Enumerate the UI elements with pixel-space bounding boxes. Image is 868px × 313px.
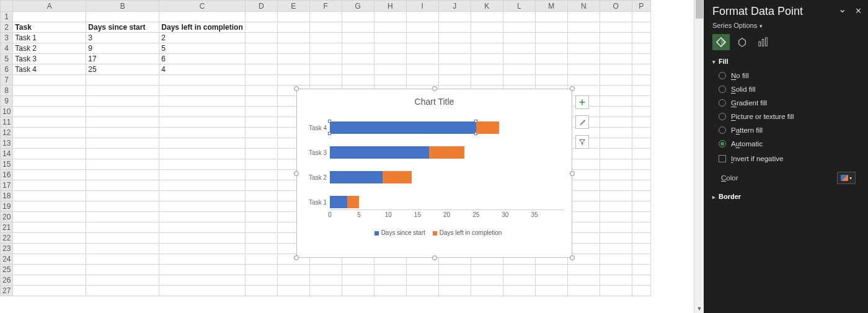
cell-I26[interactable] <box>406 275 438 286</box>
cell-M6[interactable] <box>535 64 567 75</box>
cell-P14[interactable] <box>632 149 650 159</box>
cell-F7[interactable] <box>309 75 342 86</box>
fill-option-none[interactable]: No fill <box>719 69 859 82</box>
cell-G5[interactable] <box>342 54 374 64</box>
cell-B8[interactable] <box>86 86 159 96</box>
cell-P4[interactable] <box>632 43 650 54</box>
column-header-K[interactable]: K <box>471 1 503 12</box>
cell-A6[interactable]: Task 4 <box>13 64 86 75</box>
cell-P15[interactable] <box>632 159 650 170</box>
cell-D18[interactable] <box>245 191 277 201</box>
resize-handle-e[interactable] <box>570 171 575 176</box>
cell-D17[interactable] <box>245 180 277 191</box>
cell-O8[interactable] <box>600 86 632 96</box>
cell-C5[interactable]: 6 <box>159 54 245 64</box>
cell-K26[interactable] <box>471 275 503 286</box>
cell-J1[interactable] <box>438 12 471 22</box>
cell-B14[interactable] <box>86 149 159 159</box>
cell-A13[interactable] <box>13 138 86 149</box>
column-header-F[interactable]: F <box>309 1 342 12</box>
legend-label[interactable]: Days left in completion <box>440 229 502 236</box>
cell-A15[interactable] <box>13 159 86 170</box>
cell-B10[interactable] <box>86 107 159 117</box>
column-header-A[interactable]: A <box>13 1 86 12</box>
cell-I5[interactable] <box>406 54 438 64</box>
cell-D9[interactable] <box>245 96 277 107</box>
cell-D26[interactable] <box>245 275 277 286</box>
pane-close-icon[interactable]: ✕ <box>855 6 862 15</box>
cell-A22[interactable] <box>13 233 86 244</box>
cell-B4[interactable]: 9 <box>86 43 159 54</box>
cell-O12[interactable] <box>600 128 632 138</box>
cell-A2[interactable]: Task <box>13 22 86 33</box>
chart-bar-segment[interactable] <box>347 196 359 208</box>
cell-K2[interactable] <box>471 22 503 33</box>
resize-handle-s[interactable] <box>432 255 437 260</box>
cell-G26[interactable] <box>342 275 374 286</box>
row-header-11[interactable]: 11 <box>1 117 13 128</box>
legend-label[interactable]: Days since start <box>381 229 425 236</box>
row-header-25[interactable]: 25 <box>1 265 13 275</box>
chart-bar-segment[interactable] <box>330 196 347 208</box>
cell-C19[interactable] <box>159 201 245 212</box>
row-header-3[interactable]: 3 <box>1 33 13 43</box>
cell-A8[interactable] <box>13 86 86 96</box>
column-header-D[interactable]: D <box>245 1 277 12</box>
cell-K5[interactable] <box>471 54 503 64</box>
resize-handle-n[interactable] <box>432 86 437 91</box>
column-header-E[interactable]: E <box>277 1 309 12</box>
cell-N20[interactable] <box>567 212 600 223</box>
cell-K1[interactable] <box>471 12 503 22</box>
column-header-M[interactable]: M <box>535 1 567 12</box>
effects-tab-icon[interactable] <box>733 34 751 50</box>
cell-P17[interactable] <box>632 180 650 191</box>
fill-line-tab-icon[interactable] <box>712 34 730 50</box>
cell-H3[interactable] <box>374 33 406 43</box>
cell-F4[interactable] <box>309 43 342 54</box>
cell-D22[interactable] <box>245 233 277 244</box>
cell-P10[interactable] <box>632 107 650 117</box>
cell-A12[interactable] <box>13 128 86 138</box>
cell-M4[interactable] <box>535 43 567 54</box>
cell-I2[interactable] <box>406 22 438 33</box>
chart-filters-button[interactable] <box>575 135 589 149</box>
cell-C12[interactable] <box>159 128 245 138</box>
cell-M26[interactable] <box>535 275 567 286</box>
resize-handle-nw[interactable] <box>294 86 299 91</box>
cell-L2[interactable] <box>503 22 535 33</box>
border-section-header[interactable]: ▸Border <box>712 193 859 200</box>
cell-N22[interactable] <box>567 233 600 244</box>
cell-K3[interactable] <box>471 33 503 43</box>
cell-P22[interactable] <box>632 233 650 244</box>
cell-A25[interactable] <box>13 265 86 275</box>
cell-C10[interactable] <box>159 107 245 117</box>
cell-O23[interactable] <box>600 244 632 254</box>
cell-K27[interactable] <box>471 286 503 296</box>
row-header-18[interactable]: 18 <box>1 191 13 201</box>
cell-C3[interactable]: 2 <box>159 33 245 43</box>
cell-C6[interactable]: 4 <box>159 64 245 75</box>
cell-A24[interactable] <box>13 254 86 265</box>
cell-D6[interactable] <box>245 64 277 75</box>
cell-A3[interactable]: Task 1 <box>13 33 86 43</box>
cell-D2[interactable] <box>245 22 277 33</box>
cell-D7[interactable] <box>245 75 277 86</box>
cell-B6[interactable]: 25 <box>86 64 159 75</box>
cell-A14[interactable] <box>13 149 86 159</box>
cell-L26[interactable] <box>503 275 535 286</box>
cell-N21[interactable] <box>567 223 600 233</box>
cell-A27[interactable] <box>13 286 86 296</box>
cell-C20[interactable] <box>159 212 245 223</box>
cell-A20[interactable] <box>13 212 86 223</box>
cell-B17[interactable] <box>86 180 159 191</box>
cell-I6[interactable] <box>406 64 438 75</box>
cell-D20[interactable] <box>245 212 277 223</box>
cell-F3[interactable] <box>309 33 342 43</box>
cell-A4[interactable]: Task 2 <box>13 43 86 54</box>
column-header-B[interactable]: B <box>86 1 159 12</box>
cell-L3[interactable] <box>503 33 535 43</box>
cell-I7[interactable] <box>406 75 438 86</box>
cell-K25[interactable] <box>471 265 503 275</box>
cell-O25[interactable] <box>600 265 632 275</box>
cell-L25[interactable] <box>503 265 535 275</box>
